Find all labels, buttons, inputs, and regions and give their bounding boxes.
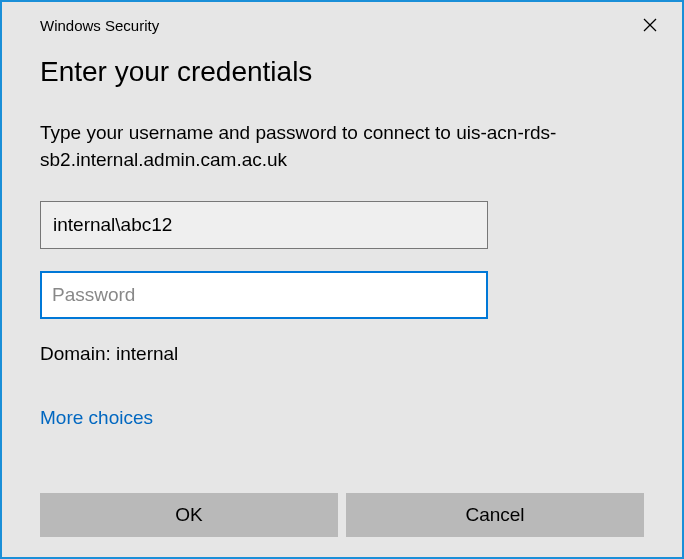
dialog-heading: Enter your credentials: [40, 56, 644, 88]
cancel-button[interactable]: Cancel: [346, 493, 644, 537]
username-value: internal\abc12: [53, 214, 172, 236]
dialog-prompt: Type your username and password to conne…: [40, 120, 644, 173]
domain-label: Domain: internal: [40, 343, 644, 365]
button-row: OK Cancel: [2, 493, 682, 537]
username-input[interactable]: internal\abc12: [40, 201, 488, 249]
window-title: Windows Security: [40, 17, 159, 34]
dialog-content: Enter your credentials Type your usernam…: [2, 44, 682, 459]
credentials-dialog: Windows Security Enter your credentials …: [0, 0, 684, 559]
titlebar: Windows Security: [2, 2, 682, 44]
ok-button[interactable]: OK: [40, 493, 338, 537]
close-button[interactable]: [630, 10, 670, 40]
close-icon: [643, 18, 657, 32]
more-choices-link[interactable]: More choices: [40, 407, 153, 429]
password-input[interactable]: [40, 271, 488, 319]
